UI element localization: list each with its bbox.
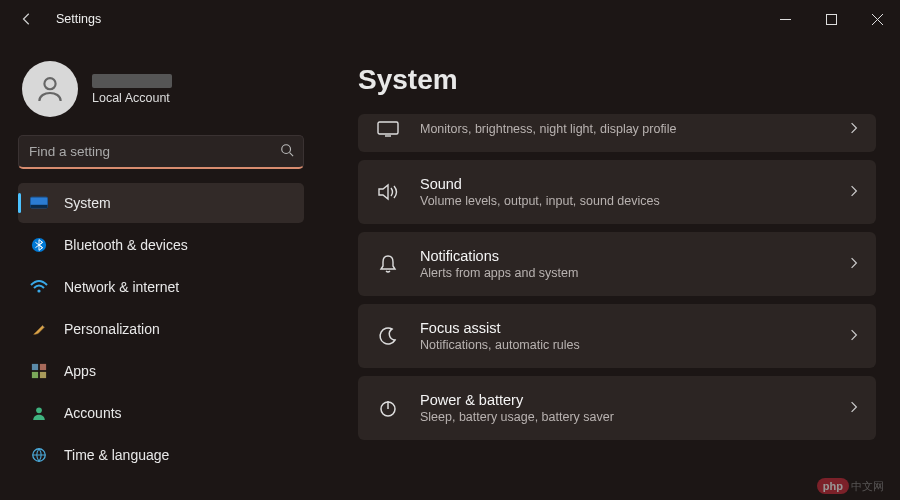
svg-point-6	[37, 289, 40, 292]
chevron-right-icon	[850, 120, 858, 138]
sidebar-item-label: Time & language	[64, 447, 169, 463]
avatar	[22, 61, 78, 117]
display-icon	[376, 121, 400, 137]
globe-icon	[30, 446, 48, 464]
card-title: Focus assist	[420, 320, 830, 336]
card-subtitle: Monitors, brightness, night light, displ…	[420, 122, 830, 136]
card-notifications[interactable]: Notifications Alerts from apps and syste…	[358, 232, 876, 296]
bluetooth-icon	[30, 236, 48, 254]
moon-icon	[376, 326, 400, 346]
maximize-button[interactable]	[808, 0, 854, 38]
page-title: System	[358, 64, 876, 96]
watermark-text: 中文网	[851, 479, 884, 494]
svg-point-1	[44, 78, 55, 89]
back-button[interactable]	[20, 12, 42, 26]
svg-rect-10	[40, 372, 46, 378]
search-icon	[280, 143, 294, 161]
sidebar-item-apps[interactable]: Apps	[18, 351, 304, 391]
watermark: php 中文网	[817, 478, 884, 494]
sidebar-item-personalization[interactable]: Personalization	[18, 309, 304, 349]
nav-list: System Bluetooth & devices Network & int…	[18, 183, 304, 475]
svg-point-2	[282, 145, 291, 154]
svg-rect-0	[826, 14, 836, 24]
svg-rect-4	[30, 205, 47, 208]
wifi-icon	[30, 278, 48, 296]
sidebar-item-label: Bluetooth & devices	[64, 237, 188, 253]
user-name-redacted	[92, 74, 172, 88]
sound-icon	[376, 183, 400, 201]
search-input[interactable]	[18, 135, 304, 169]
chevron-right-icon	[850, 183, 858, 201]
card-focus-assist[interactable]: Focus assist Notifications, automatic ru…	[358, 304, 876, 368]
sidebar-item-accounts[interactable]: Accounts	[18, 393, 304, 433]
svg-rect-7	[32, 364, 38, 370]
svg-rect-9	[32, 372, 38, 378]
bell-icon	[376, 254, 400, 274]
sidebar-item-label: Personalization	[64, 321, 160, 337]
card-title: Sound	[420, 176, 830, 192]
card-subtitle: Alerts from apps and system	[420, 266, 830, 280]
card-display[interactable]: Monitors, brightness, night light, displ…	[358, 114, 876, 152]
titlebar: Settings	[0, 0, 900, 38]
card-subtitle: Notifications, automatic rules	[420, 338, 830, 352]
sidebar-item-network[interactable]: Network & internet	[18, 267, 304, 307]
user-account[interactable]: Local Account	[18, 53, 304, 135]
minimize-button[interactable]	[762, 0, 808, 38]
card-subtitle: Sleep, battery usage, battery saver	[420, 410, 830, 424]
chevron-right-icon	[850, 399, 858, 417]
sidebar-item-system[interactable]: System	[18, 183, 304, 223]
card-title: Notifications	[420, 248, 830, 264]
sidebar-item-label: System	[64, 195, 111, 211]
main-panel: System Monitors, brightness, night light…	[320, 38, 900, 500]
window-title: Settings	[56, 12, 101, 26]
apps-icon	[30, 362, 48, 380]
svg-rect-8	[40, 364, 46, 370]
svg-point-11	[36, 407, 42, 413]
search-box[interactable]	[18, 135, 304, 169]
sidebar-item-label: Network & internet	[64, 279, 179, 295]
sidebar-item-label: Accounts	[64, 405, 122, 421]
chevron-right-icon	[850, 327, 858, 345]
svg-rect-13	[378, 122, 398, 134]
chevron-right-icon	[850, 255, 858, 273]
card-subtitle: Volume levels, output, input, sound devi…	[420, 194, 830, 208]
person-icon	[30, 404, 48, 422]
account-type: Local Account	[92, 91, 172, 105]
power-icon	[376, 398, 400, 418]
sidebar-item-label: Apps	[64, 363, 96, 379]
paintbrush-icon	[30, 320, 48, 338]
sidebar-item-bluetooth[interactable]: Bluetooth & devices	[18, 225, 304, 265]
card-power-battery[interactable]: Power & battery Sleep, battery usage, ba…	[358, 376, 876, 440]
watermark-badge: php	[817, 478, 849, 494]
card-title: Power & battery	[420, 392, 830, 408]
close-button[interactable]	[854, 0, 900, 38]
sidebar: Local Account System Bluetooth & devices	[0, 38, 320, 500]
sidebar-item-time-language[interactable]: Time & language	[18, 435, 304, 475]
card-sound[interactable]: Sound Volume levels, output, input, soun…	[358, 160, 876, 224]
system-icon	[30, 194, 48, 212]
